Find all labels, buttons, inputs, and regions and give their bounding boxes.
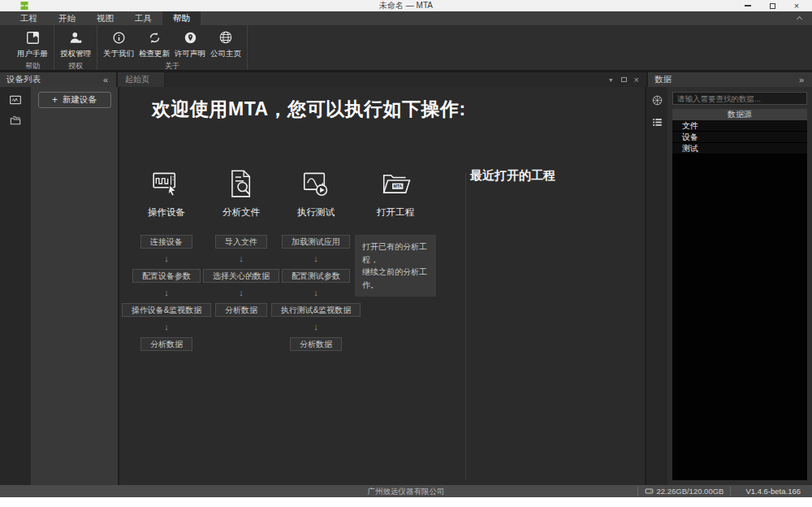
user-manual-button[interactable]: 用户手册 <box>15 25 50 59</box>
data-search-input[interactable] <box>672 92 807 105</box>
status-separator <box>637 487 638 496</box>
left-tool-strip <box>0 87 31 485</box>
app-window: 未命名 — MTA × 工程 开始 视图 工具 帮助 <box>0 0 812 507</box>
menu-start[interactable]: 开始 <box>48 11 86 25</box>
title-bar: 未命名 — MTA × <box>0 0 812 11</box>
step-arrow: ↓ <box>239 249 244 269</box>
data-source-list: 文件 设备 测试 <box>672 120 807 480</box>
step-arrow: ↓ <box>313 283 318 303</box>
workflow-label[interactable]: 操作设备 <box>148 206 185 219</box>
close-button[interactable]: × <box>791 1 802 11</box>
restore-button[interactable] <box>767 1 778 11</box>
ribbon-group-help: 用户手册 帮助 <box>11 25 54 70</box>
ribbon-group-about: 关于我们 检查更新 <box>97 25 248 70</box>
info-icon <box>112 28 126 46</box>
workflow-column-operate-device: 操作设备 连接设备 ↓ 配置设备参数 ↓ 操作设备&监视数据 ↓ 分析数据 <box>129 168 204 351</box>
list-view-icon[interactable] <box>650 115 664 128</box>
step-button[interactable]: 分析数据 <box>215 303 267 317</box>
step-button[interactable]: 配置设备参数 <box>132 269 201 283</box>
device-list-title: 设备列表 <box>6 74 41 85</box>
data-row-test[interactable]: 测试 <box>672 143 807 154</box>
step-button[interactable]: 选择关心的数据 <box>203 269 279 283</box>
step-button[interactable]: 连接设备 <box>140 235 192 249</box>
expand-right-panel-icon[interactable]: » <box>799 75 804 84</box>
status-separator <box>730 487 731 496</box>
data-row-device[interactable]: 设备 <box>672 132 807 143</box>
check-update-button[interactable]: 检查更新 <box>136 25 172 59</box>
device-view-icon[interactable] <box>8 93 23 106</box>
open-project-description: 打开已有的分析工程， 继续之前的分析工作。 <box>355 235 436 297</box>
version-label: V1.4.6-beta.166 <box>737 487 809 496</box>
menu-tools[interactable]: 工具 <box>124 11 162 25</box>
step-button[interactable]: 执行测试&监视数据 <box>271 303 361 317</box>
data-source-header: 数据源 <box>672 109 807 120</box>
workflow-column-analyze-file: 分析文件 导入文件 ↓ 选择关心的数据 ↓ 分析数据 <box>204 168 279 351</box>
about-us-button[interactable]: 关于我们 <box>101 25 136 59</box>
data-panel-header: 数据 » <box>646 72 812 87</box>
open-project-folder-icon[interactable]: MTA <box>380 168 411 199</box>
plus-icon: + <box>52 94 58 106</box>
workflow-column-open-project: MTA 打开工程 打开已有的分析工程， 继续之前的分析工作。 <box>353 168 438 351</box>
license-statement-button[interactable]: 许可声明 <box>172 25 208 59</box>
company-homepage-button[interactable]: 公司主页 <box>208 25 244 59</box>
user-license-icon <box>68 28 84 46</box>
status-bar: 广州致远仪器有限公司 22.26GB/120.00GB V1.4.6-beta.… <box>0 485 812 497</box>
step-button[interactable]: 配置测试参数 <box>282 269 350 283</box>
data-panel-title: 数据 <box>654 74 672 85</box>
refresh-icon <box>148 28 162 46</box>
menu-help[interactable]: 帮助 <box>162 11 201 25</box>
storage-status: 22.26GB/120.00GB <box>645 487 723 496</box>
step-arrow: ↓ <box>239 283 244 303</box>
step-arrow: ↓ <box>313 317 318 337</box>
device-list-panel: + 新建设备 <box>0 87 119 485</box>
menu-view[interactable]: 视图 <box>86 11 124 25</box>
workflow-label[interactable]: 分析文件 <box>222 206 260 219</box>
disk-icon <box>645 487 654 496</box>
minimize-button[interactable] <box>742 1 754 11</box>
step-button[interactable]: 操作设备&监视数据 <box>122 303 212 317</box>
tab-start-page[interactable]: 起始页 <box>118 72 165 87</box>
window-title: 未命名 — MTA <box>0 0 812 11</box>
menu-bar: 工程 开始 视图 工具 帮助 <box>0 11 812 25</box>
operate-device-icon[interactable] <box>151 168 182 199</box>
ribbon-group-license: 授权管理 授权 <box>54 25 97 70</box>
right-tool-strip <box>646 87 667 485</box>
ribbon-toolbar: 用户手册 帮助 授权管理 授权 <box>0 25 812 70</box>
license-management-button[interactable]: 授权管理 <box>58 25 93 59</box>
data-panel: 数据源 文件 设备 测试 <box>645 87 812 485</box>
recent-projects-title: 最近打开的工程 <box>470 168 555 184</box>
step-arrow: ↓ <box>313 249 318 269</box>
menu-project[interactable]: 工程 <box>10 11 48 25</box>
execute-test-icon[interactable] <box>300 168 331 199</box>
ribbon-collapse-chevron-icon[interactable] <box>797 15 804 22</box>
analyze-file-icon[interactable] <box>226 168 257 199</box>
data-row-file[interactable]: 文件 <box>672 120 807 132</box>
globe-icon <box>218 28 233 46</box>
step-button[interactable]: 导入文件 <box>215 235 267 249</box>
tab-list-dropdown-icon[interactable]: ▼ <box>608 77 614 83</box>
pin-badge-icon <box>184 28 197 46</box>
workflow-label[interactable]: 打开工程 <box>377 206 414 219</box>
step-arrow: ↓ <box>164 283 169 303</box>
new-device-button[interactable]: + 新建设备 <box>38 92 111 108</box>
step-button[interactable]: 分析数据 <box>140 337 192 351</box>
workflow-column-execute-test: 执行测试 加载测试应用 ↓ 配置测试参数 ↓ 执行测试&监视数据 ↓ 分析数据 <box>279 168 353 351</box>
wheel-settings-icon[interactable] <box>650 93 664 106</box>
data-panel-body: 数据源 文件 设备 测试 <box>667 87 812 485</box>
start-page: 欢迎使用MTA，您可以执行如下操作: 操作设备 连接设备 <box>119 87 645 485</box>
step-arrow: ↓ <box>164 317 169 337</box>
recent-section-divider <box>465 172 466 479</box>
step-arrow: ↓ <box>164 249 169 269</box>
svg-text:MTA: MTA <box>393 184 402 188</box>
device-list-body: + 新建设备 <box>31 87 118 485</box>
workflow-label[interactable]: 执行测试 <box>297 206 335 219</box>
tab-close-icon[interactable]: × <box>634 76 639 84</box>
tab-float-icon[interactable] <box>621 77 627 82</box>
folders-icon[interactable] <box>8 114 23 127</box>
welcome-title: 欢迎使用MTA，您可以执行如下操作: <box>152 97 466 122</box>
step-button[interactable]: 加载测试应用 <box>282 235 350 249</box>
manual-book-icon <box>25 28 41 46</box>
step-button[interactable]: 分析数据 <box>290 337 342 351</box>
collapse-left-panel-icon[interactable]: « <box>103 75 108 84</box>
document-tab-bar: 起始页 ▼ × <box>118 72 646 87</box>
